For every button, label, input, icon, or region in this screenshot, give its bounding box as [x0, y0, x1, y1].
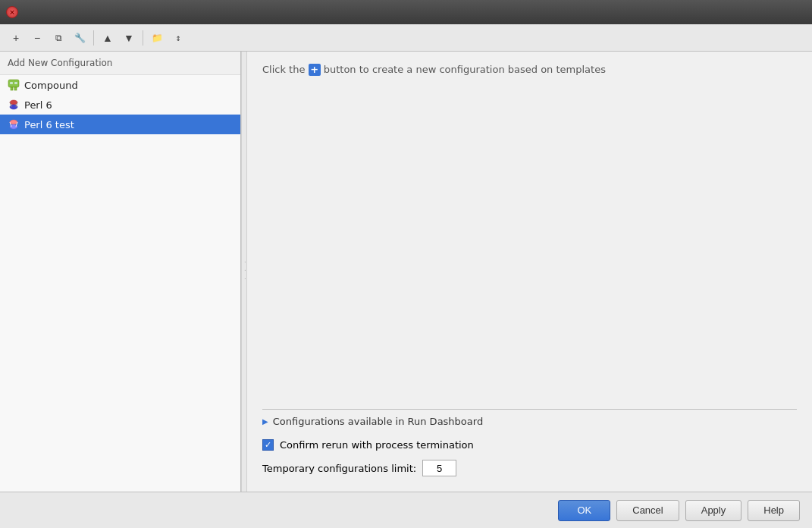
left-panel: Add New Configuration Compound: [0, 52, 241, 492]
config-list: Compound Perl 6: [0, 75, 240, 492]
perl6-icon: [8, 99, 20, 111]
run-dashboard-label: Configurations available in Run Dashboar…: [273, 416, 483, 427]
folder-icon: 📁: [152, 33, 163, 43]
run-dashboard-toggle[interactable]: ▶ Configurations available in Run Dashbo…: [262, 416, 797, 427]
compound-label: Compound: [24, 80, 78, 91]
config-item-perl6[interactable]: Perl 6: [0, 95, 240, 115]
svg-rect-1: [11, 87, 13, 90]
compound-icon: [8, 79, 20, 91]
add-button[interactable]: +: [6, 28, 26, 48]
main-content: Add New Configuration Compound: [0, 52, 812, 492]
move-down-button[interactable]: ▼: [119, 28, 139, 48]
temp-limit-row: Temporary configurations limit:: [262, 460, 797, 476]
run-dashboard-arrow-icon: ▶: [262, 417, 268, 426]
resize-handle[interactable]: · · ·: [241, 52, 247, 492]
perl6-label: Perl 6: [24, 99, 52, 111]
copy-icon: ⧉: [55, 33, 62, 43]
confirm-rerun-row: Confirm rerun with process termination: [262, 439, 797, 451]
add-icon: +: [13, 32, 19, 44]
settings-button[interactable]: 🔧: [70, 28, 89, 48]
down-arrow-icon: ▼: [124, 32, 134, 44]
perl6test-icon: [8, 118, 20, 130]
hint-plus-icon: +: [309, 64, 321, 76]
hint-suffix: button to create a new configuration bas…: [324, 64, 606, 75]
close-button[interactable]: ×: [6, 6, 18, 18]
temp-limit-input[interactable]: [422, 460, 456, 476]
svg-point-9: [10, 120, 17, 124]
content-spacer: [262, 91, 797, 409]
bottom-options: Confirm rerun with process termination T…: [262, 439, 797, 476]
svg-rect-2: [14, 87, 17, 90]
ok-button[interactable]: OK: [558, 500, 610, 521]
minus-icon: −: [34, 32, 40, 44]
config-item-compound[interactable]: Compound: [0, 75, 240, 95]
copy-button[interactable]: ⧉: [49, 28, 68, 48]
config-item-perl6test[interactable]: Perl 6 test: [0, 115, 240, 134]
confirm-rerun-checkbox[interactable]: [262, 439, 274, 451]
svg-rect-4: [14, 82, 17, 84]
toolbar-separator-2: [143, 30, 143, 46]
right-panel: Click the + button to create a new confi…: [247, 52, 812, 492]
up-arrow-icon: ▲: [102, 32, 113, 44]
dialog: + − ⧉ 🔧 ▲ ▼ 📁 ↕ Add New Configuration: [0, 24, 812, 528]
hint-prefix: Click the: [262, 64, 305, 75]
svg-point-5: [10, 100, 17, 105]
sort-button[interactable]: ↕: [168, 28, 188, 48]
close-icon: ×: [9, 8, 15, 16]
wrench-icon: 🔧: [74, 33, 86, 43]
svg-rect-3: [10, 82, 13, 84]
confirm-rerun-label: Confirm rerun with process termination: [280, 439, 474, 451]
run-dashboard-section: ▶ Configurations available in Run Dashbo…: [262, 409, 797, 427]
move-up-button[interactable]: ▲: [98, 28, 118, 48]
hint-text: Click the + button to create a new confi…: [262, 64, 797, 76]
help-button[interactable]: Help: [748, 500, 800, 521]
remove-button[interactable]: −: [27, 28, 47, 48]
apply-button[interactable]: Apply: [685, 500, 742, 521]
cancel-button[interactable]: Cancel: [616, 500, 679, 521]
footer: OK Cancel Apply Help: [0, 492, 812, 528]
toolbar-separator-1: [93, 30, 94, 46]
title-bar: ×: [0, 0, 812, 24]
sort-icon: ↕: [175, 33, 180, 43]
perl6test-label: Perl 6 test: [24, 119, 74, 130]
toolbar: + − ⧉ 🔧 ▲ ▼ 📁 ↕: [0, 24, 812, 52]
config-list-header: Add New Configuration: [0, 52, 240, 75]
temp-limit-label: Temporary configurations limit:: [262, 463, 416, 474]
folder-button[interactable]: 📁: [147, 28, 167, 48]
